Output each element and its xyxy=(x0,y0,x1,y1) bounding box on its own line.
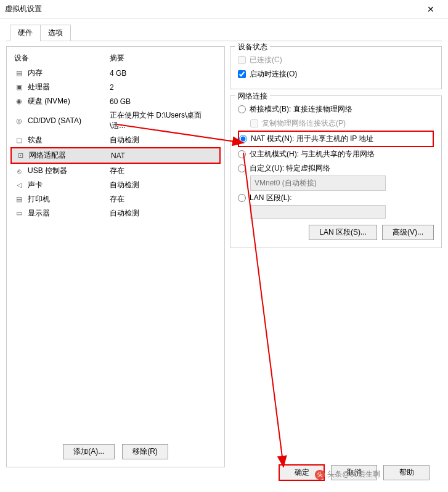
disk-icon: ◉ xyxy=(14,97,24,106)
device-row-sound[interactable]: ◁ 声卡 自动检测 xyxy=(10,178,221,192)
cpu-icon: ▣ xyxy=(14,83,24,92)
network-connection-group: 网络连接 桥接模式(B): 直接连接物理网络 复制物理网络连接状态(P) NAT… xyxy=(230,95,442,248)
floppy-icon: ▢ xyxy=(14,136,24,145)
memory-icon: ▤ xyxy=(14,69,24,78)
advanced-button[interactable]: 高级(V)... xyxy=(382,225,434,240)
nat-radio[interactable]: NAT 模式(N): 用于共享主机的 IP 地址 xyxy=(238,131,434,147)
watermark-icon: 头 xyxy=(315,470,325,480)
network-icon: ⊡ xyxy=(15,151,25,160)
device-status-legend: 设备状态 xyxy=(235,42,270,52)
hostonly-radio[interactable]: 仅主机模式(H): 与主机共享的专用网络 xyxy=(238,147,434,161)
tab-hardware[interactable]: 硬件 xyxy=(10,25,41,41)
device-row-cpu[interactable]: ▣ 处理器 2 xyxy=(10,80,221,94)
bridge-radio[interactable]: 桥接模式(B): 直接连接物理网络 xyxy=(238,102,434,116)
titlebar: 虚拟机设置 ✕ xyxy=(0,0,448,18)
tab-strip: 硬件 选项 xyxy=(6,22,442,41)
device-list-panel: 设备 摘要 ▤ 内存 4 GB ▣ 处理器 2 ◉ 硬盘 (NVMe) 60 G… xyxy=(6,46,225,467)
device-row-floppy[interactable]: ▢ 软盘 自动检测 xyxy=(10,133,221,147)
lanseg-radio-input[interactable] xyxy=(238,194,246,202)
header-device: 设备 xyxy=(14,53,110,63)
device-status-group: 设备状态 已连接(C) 启动时连接(O) xyxy=(230,46,442,89)
custom-radio[interactable]: 自定义(U): 特定虚拟网络 xyxy=(238,161,434,175)
bridge-radio-input[interactable] xyxy=(238,105,246,113)
cd-icon: ◎ xyxy=(14,116,24,125)
sound-icon: ◁ xyxy=(14,181,24,190)
connect-at-poweron-input[interactable] xyxy=(238,70,246,78)
hostonly-radio-input[interactable] xyxy=(238,150,246,158)
nat-radio-input[interactable] xyxy=(239,135,247,143)
device-row-network-adapter[interactable]: ⊡ 网络适配器 NAT xyxy=(10,147,221,164)
usb-icon: ⎋ xyxy=(14,167,24,175)
watermark: 头头条@80后生啊 xyxy=(315,469,380,480)
custom-radio-input[interactable] xyxy=(238,164,246,172)
device-row-display[interactable]: ▭ 显示器 自动检测 xyxy=(10,206,221,220)
network-legend: 网络连接 xyxy=(235,91,270,102)
device-row-memory[interactable]: ▤ 内存 4 GB xyxy=(10,66,221,80)
replicate-checkbox[interactable]: 复制物理网络连接状态(P) xyxy=(250,116,434,131)
window-title: 虚拟机设置 xyxy=(5,4,418,14)
device-row-disk[interactable]: ◉ 硬盘 (NVMe) 60 GB xyxy=(10,94,221,108)
lanseg-radio[interactable]: LAN 区段(L): xyxy=(238,191,434,205)
header-summary: 摘要 xyxy=(110,53,124,63)
remove-button[interactable]: 移除(R) xyxy=(122,444,168,459)
device-row-printer[interactable]: ▤ 打印机 存在 xyxy=(10,192,221,206)
tab-options[interactable]: 选项 xyxy=(40,25,71,41)
device-row-usb[interactable]: ⎋ USB 控制器 存在 xyxy=(10,164,221,178)
lan-segments-button[interactable]: LAN 区段(S)... xyxy=(309,225,377,240)
custom-vmnet-select[interactable]: VMnet0 (自动桥接) xyxy=(250,175,386,191)
connected-checkbox[interactable]: 已连接(C) xyxy=(238,53,434,67)
display-icon: ▭ xyxy=(14,209,24,218)
device-list-header: 设备 摘要 xyxy=(10,50,221,66)
lanseg-select[interactable] xyxy=(250,205,386,219)
help-button[interactable]: 帮助 xyxy=(383,465,430,480)
printer-icon: ▤ xyxy=(14,195,24,204)
connected-checkbox-input[interactable] xyxy=(238,56,246,64)
close-icon[interactable]: ✕ xyxy=(418,0,443,18)
replicate-checkbox-input[interactable] xyxy=(250,119,258,127)
connect-at-poweron-checkbox[interactable]: 启动时连接(O) xyxy=(238,67,434,81)
device-row-cddvd[interactable]: ◎ CD/DVD (SATA) 正在使用文件 D:\Users\桌面\迅... xyxy=(10,108,221,133)
add-button[interactable]: 添加(A)... xyxy=(63,444,115,459)
